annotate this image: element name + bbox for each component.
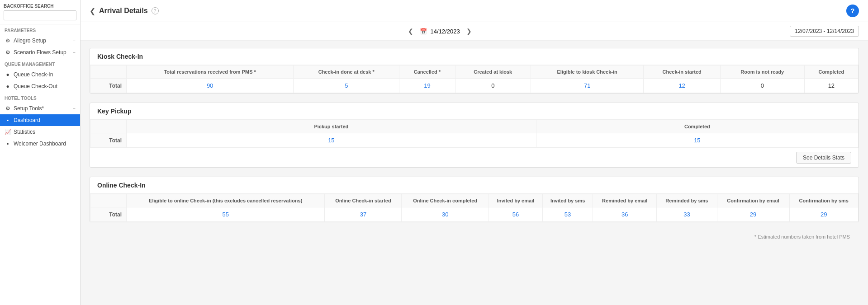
content-area: Kiosk Check-In Total reservations receiv… [81,41,868,251]
kiosk-val-0[interactable]: 90 [127,79,294,93]
next-date-btn[interactable]: ❯ [464,27,474,36]
circle-icon: ● [5,71,11,78]
ol-val-5[interactable]: 36 [593,207,657,222]
circle-icon-2: ● [5,83,11,89]
kiosk-val-4[interactable]: 71 [531,79,644,93]
kiosk-val-7: 12 [804,79,858,93]
ol-val-6[interactable]: 33 [657,207,717,222]
ol-val-8[interactable]: 29 [789,207,858,222]
kiosk-stats-table: Total reservations received from PMS * C… [90,65,859,93]
kiosk-col-1: Check-in done at desk * [294,66,399,79]
key-pickup-section: Key Pickup Pickup started Completed Tota… [90,103,859,168]
dashboard-icon: ▪ [5,117,11,123]
sidebar-item-dashboard[interactable]: ▪ Dashboard [0,114,80,126]
online-checkin-section: Online Check-In Eligible to online Check… [90,177,859,222]
ol-col-8: Confirmation by sms [789,194,858,207]
search-input[interactable] [4,10,76,20]
ol-col-0: Eligible to online Check-in (this exclud… [127,194,325,207]
sidebar-item-queue-checkout[interactable]: ● Queue Check-Out [0,80,80,92]
ol-val-0[interactable]: 55 [127,207,325,222]
kp-row-total: Total 15 15 [90,133,859,148]
ol-row-label: Total [90,207,127,222]
sidebar-item-label: Allegro Setup [14,38,46,44]
search-label: BACKOFFICE SEARCH [4,4,76,9]
kp-row-label: Total [90,133,127,148]
ol-col-2: Online Check-in completed [402,194,489,207]
chevron-icon-2: − [73,50,76,55]
kiosk-row-total: Total 90 5 19 0 71 12 0 12 [90,79,859,93]
ol-val-2[interactable]: 30 [402,207,489,222]
back-arrow-icon[interactable]: ❮ [90,7,95,15]
date-range-btn[interactable]: 12/07/2023 - 12/14/2023 [790,26,859,37]
kiosk-val-2[interactable]: 19 [399,79,455,93]
kiosk-checkin-section: Kiosk Check-In Total reservations receiv… [90,48,859,94]
welcomer-icon: ▪ [5,141,11,147]
kiosk-col-0: Total reservations received from PMS * [127,66,294,79]
sidebar-item-setup-tools[interactable]: ⚙ Setup Tools* − [0,103,80,114]
search-area: BACKOFFICE SEARCH [0,0,80,24]
ol-col-6: Reminded by sms [657,194,717,207]
kp-col-1: Completed [536,120,858,133]
kiosk-col-3: Created at kiosk [455,66,531,79]
kiosk-row-label: Total [90,79,127,93]
page-title: Arrival Details [99,7,148,15]
kiosk-val-5[interactable]: 12 [644,79,720,93]
sidebar-item-allegro-setup[interactable]: ⚙ Allegro Setup − [0,35,80,47]
ol-col-1: Online Check-in started [325,194,402,207]
section-label-parameters: PARAMETERS [0,24,80,35]
ol-val-3[interactable]: 56 [489,207,543,222]
sidebar-item-label: Statistics [14,129,35,135]
kiosk-col-empty [90,66,127,79]
settings-icon-3: ⚙ [5,105,11,112]
kp-val-0[interactable]: 15 [127,133,536,148]
ol-col-3: Invited by email [489,194,543,207]
kp-col-0: Pickup started [127,120,536,133]
ol-col-4: Invited by sms [542,194,593,207]
sidebar-item-label: Welcomer Dashboard [14,141,66,147]
calendar-icon: 📅 [420,28,427,35]
kp-col-empty [90,120,127,133]
kiosk-col-7: Completed [804,66,858,79]
help-icon[interactable]: ? [152,7,159,14]
sidebar-item-label: Setup Tools* [14,105,44,112]
sidebar: BACKOFFICE SEARCH PARAMETERS ⚙ Allegro S… [0,0,81,305]
sidebar-item-scenario-flows[interactable]: ⚙ Scenario Flows Setup − [0,47,80,58]
kiosk-val-3: 0 [455,79,531,93]
section-footer: See Details Stats [90,148,859,167]
key-pickup-title: Key Pickup [90,103,859,120]
sidebar-item-label: Queue Check-In [14,71,53,78]
sidebar-item-statistics[interactable]: 📈 Statistics [0,126,80,138]
online-stats-table: Eligible to online Check-in (this exclud… [90,194,859,222]
stats-icon: 📈 [5,129,11,135]
key-pickup-table: Pickup started Completed Total 15 15 [90,120,859,148]
kiosk-col-6: Room is not ready [720,66,804,79]
see-details-btn[interactable]: See Details Stats [796,152,851,164]
ol-val-7[interactable]: 29 [717,207,789,222]
ol-val-4[interactable]: 53 [542,207,593,222]
online-section-title: Online Check-In [90,177,859,194]
kiosk-val-6: 0 [720,79,804,93]
sidebar-item-label: Scenario Flows Setup [14,49,66,56]
settings-icon: ⚙ [5,38,11,44]
kiosk-section-title: Kiosk Check-In [90,48,859,65]
date-nav: ❮ 📅 14/12/2023 ❯ 12/07/2023 - 12/14/2023 [81,22,868,41]
ol-row-total: Total 55 37 30 56 53 36 33 29 29 [90,207,859,222]
help-button[interactable]: ? [846,5,859,17]
kp-val-1[interactable]: 15 [536,133,858,148]
kiosk-col-4: Eligible to kiosk Check-in [531,66,644,79]
ol-col-empty [90,194,127,207]
section-label-queue: QUEUE MANAGEMENT [0,58,80,69]
ol-col-5: Reminded by email [593,194,657,207]
section-label-hotel-tools: HOTEL TOOLS [0,92,80,103]
kiosk-col-2: Cancelled * [399,66,455,79]
ol-val-1[interactable]: 37 [325,207,402,222]
sidebar-item-queue-checkin[interactable]: ● Queue Check-In [0,69,80,80]
ol-col-7: Confirmation by email [717,194,789,207]
settings-icon-2: ⚙ [5,49,11,56]
kiosk-val-1[interactable]: 5 [294,79,399,93]
prev-date-btn[interactable]: ❮ [405,27,416,36]
sidebar-item-label: Dashboard [14,117,40,123]
sidebar-item-welcomer-dashboard[interactable]: ▪ Welcomer Dashboard [0,138,80,150]
sidebar-item-label: Queue Check-Out [14,83,57,89]
footnote: * Estimated numbers taken from hotel PMS [90,231,859,244]
